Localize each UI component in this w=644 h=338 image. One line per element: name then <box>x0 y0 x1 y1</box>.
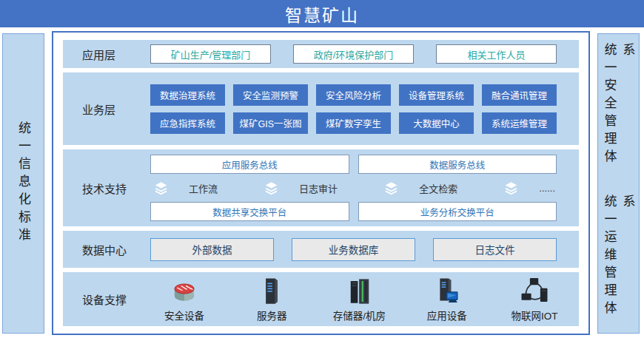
tech-support-label: 技术支持 <box>63 180 150 196</box>
iot-network-icon <box>518 276 551 307</box>
equipment-label: 设备支撑 <box>63 291 150 307</box>
data-center-boxes: 外部数据 业务数据库 日志文件 <box>150 238 557 261</box>
application-box-government-env: 政府/环境保护部门 <box>293 44 414 64</box>
left-pillar-unified-information-standard: 统一信息化标准 <box>2 33 44 334</box>
equipment-iot: 物联网IOT <box>500 276 568 322</box>
middleware-log-audit: 日志审计 <box>264 180 338 196</box>
application-device-icon <box>431 276 463 307</box>
business-btn-risk-analysis: 安全风险分析 <box>316 84 391 106</box>
equipment-server: 服务器 <box>238 276 306 322</box>
middleware-log-audit-label: 日志审计 <box>299 181 338 195</box>
business-btn-big-data-center: 大数据中心 <box>399 112 474 134</box>
middleware-more-label: ...... <box>539 183 555 194</box>
business-btn-gis-map: 煤矿GIS一张图 <box>233 112 308 134</box>
main-architecture-panel: 应用层 矿山生产/管理部门 政府/环境保护部门 相关工作人员 业务层 数据治理系… <box>52 31 590 335</box>
data-service-bus-box: 数据服务总线 <box>358 155 557 174</box>
business-btn-converged-comms: 融合通讯管理 <box>482 84 557 106</box>
tech-support-content: 应用服务总线 数据服务总线 工作流 <box>150 155 557 221</box>
application-layer-boxes: 矿山生产/管理部门 政府/环境保护部门 相关工作人员 <box>150 44 557 64</box>
middleware-workflow: 工作流 <box>153 180 218 196</box>
equipment-item-label: 安全设备 <box>164 308 204 322</box>
equipment-security-device: 安全设备 <box>150 276 218 322</box>
smart-mine-architecture-diagram: 智慧矿山 统一信息化标准 统一安全管理体系 统一运维管理体系 应用层 矿山生产/… <box>0 0 644 338</box>
business-layer-buttons: 数据治理系统 安全监测预警 安全风险分析 设备管理系统 融合通讯管理 应急指挥系… <box>150 84 557 134</box>
application-box-mine-production: 矿山生产/管理部门 <box>150 44 271 64</box>
business-database-box: 业务数据库 <box>292 238 415 261</box>
right-pillar-label-security: 统一安全管理体系 <box>600 43 637 182</box>
server-icon <box>255 276 288 307</box>
business-analysis-platform-box: 业务分析交换平台 <box>358 202 557 221</box>
external-data-box: 外部数据 <box>150 238 274 261</box>
tech-support-band: 技术支持 应用服务总线 数据服务总线 工作流 <box>63 149 579 226</box>
right-pillar-security-and-ops-systems: 统一安全管理体系 统一运维管理体系 <box>597 33 640 334</box>
right-pillar-label-ops: 统一运维管理体系 <box>600 195 637 334</box>
business-layer-label: 业务层 <box>63 101 150 117</box>
middleware-more: ...... <box>503 180 555 196</box>
equipment-item-label: 应用设备 <box>427 308 467 322</box>
layers-icon <box>153 180 169 196</box>
layers-icon <box>383 180 399 196</box>
diagram-title-banner: 智慧矿山 <box>0 0 644 27</box>
business-layer-band: 业务层 数据治理系统 安全监测预警 安全风险分析 设备管理系统 融合通讯管理 应… <box>63 72 579 145</box>
equipment-items: 安全设备 服务器 <box>150 276 568 322</box>
left-pillar-label: 统一信息化标准 <box>14 121 33 246</box>
storage-rack-icon <box>343 276 376 307</box>
log-file-box: 日志文件 <box>433 238 557 261</box>
diagram-title: 智慧矿山 <box>285 1 359 27</box>
service-bus-row: 应用服务总线 数据服务总线 <box>150 155 557 174</box>
equipment-storage: 存储器/机房 <box>326 276 394 322</box>
application-service-bus-box: 应用服务总线 <box>150 155 349 174</box>
data-sharing-platform-box: 数据共享交换平台 <box>150 202 349 221</box>
middleware-fulltext-search: 全文检索 <box>383 180 457 196</box>
middleware-row: 工作流 日志审计 <box>150 179 557 197</box>
business-btn-data-governance: 数据治理系统 <box>150 84 225 106</box>
equipment-item-label: 物联网IOT <box>511 308 558 322</box>
application-box-related-staff: 相关工作人员 <box>436 44 557 64</box>
layers-icon <box>503 180 519 196</box>
business-btn-device-management: 设备管理系统 <box>399 84 474 106</box>
business-btn-system-ops: 系统运维管理 <box>482 112 557 134</box>
data-center-band: 数据中心 外部数据 业务数据库 日志文件 <box>63 231 579 268</box>
security-device-icon <box>168 276 201 307</box>
business-btn-digital-twin: 煤矿数字孪生 <box>316 112 391 134</box>
equipment-item-label: 存储器/机房 <box>333 308 386 322</box>
application-layer-band: 应用层 矿山生产/管理部门 政府/环境保护部门 相关工作人员 <box>63 40 579 68</box>
layers-icon <box>264 180 279 196</box>
exchange-platform-row: 数据共享交换平台 业务分析交换平台 <box>150 202 557 221</box>
middleware-workflow-label: 工作流 <box>189 181 218 195</box>
equipment-application-device: 应用设备 <box>413 276 481 322</box>
business-btn-emergency-command: 应急指挥系统 <box>150 112 225 134</box>
application-layer-label: 应用层 <box>63 47 150 62</box>
equipment-item-label: 服务器 <box>257 308 287 322</box>
middleware-fulltext-search-label: 全文检索 <box>419 181 457 195</box>
business-btn-safety-monitoring: 安全监测预警 <box>233 84 308 106</box>
equipment-band: 设备支撑 安全设备 <box>63 272 579 326</box>
data-center-label: 数据中心 <box>63 242 150 257</box>
